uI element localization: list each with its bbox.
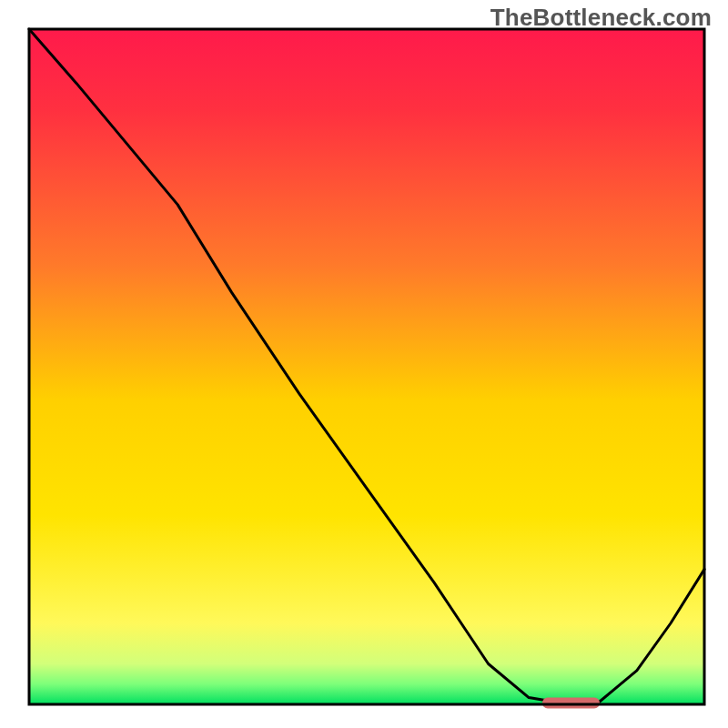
chart-container: TheBottleneck.com: [0, 0, 728, 728]
chart-background: [29, 29, 704, 704]
bottleneck-chart: [0, 0, 728, 728]
